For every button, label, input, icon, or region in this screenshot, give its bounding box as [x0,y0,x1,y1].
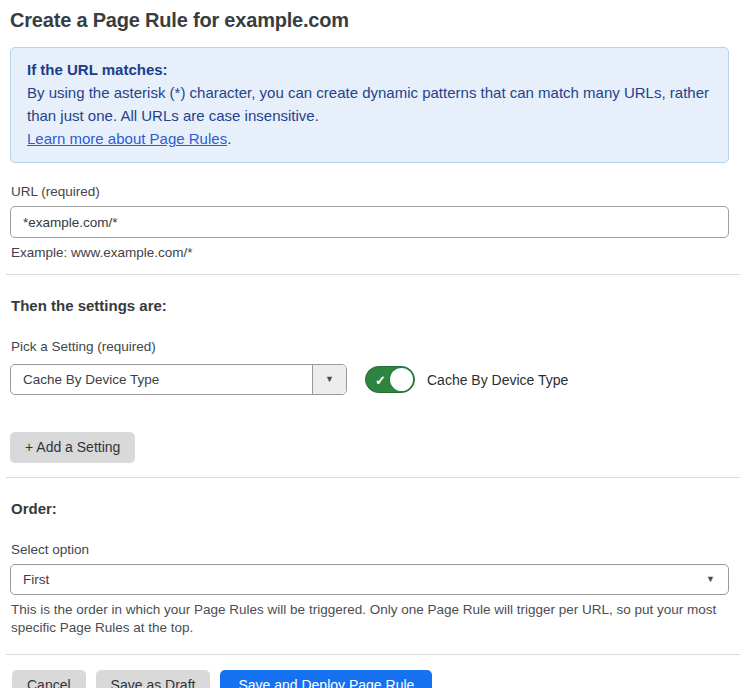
save-draft-button[interactable]: Save as Draft [96,670,211,688]
save-deploy-button[interactable]: Save and Deploy Page Rule [220,670,432,688]
setting-toggle[interactable]: ✓ [365,366,415,393]
setting-picker-row: Cache By Device Type ▼ ✓ Cache By Device… [10,364,729,395]
setting-picker-value: Cache By Device Type [11,365,312,394]
settings-section-heading: Then the settings are: [11,297,729,314]
url-label: URL (required) [11,184,729,199]
add-setting-button[interactable]: + Add a Setting [10,432,135,463]
info-box-body: By using the asterisk (*) character, you… [27,81,712,127]
create-page-rule-form: Create a Page Rule for example.com If th… [0,0,750,688]
divider [6,654,740,655]
setting-picker-select[interactable]: Cache By Device Type ▼ [10,364,347,395]
url-example-helper: Example: www.example.com/* [11,245,729,260]
chevron-down-icon: ▼ [706,575,715,584]
url-input[interactable] [10,206,729,238]
cancel-button[interactable]: Cancel [12,670,86,688]
setting-picker-label: Pick a Setting (required) [11,339,729,354]
chevron-down-icon: ▼ [325,375,334,384]
toggle-knob [390,368,413,391]
order-select-label: Select option [11,542,729,557]
order-section-heading: Order: [11,500,729,517]
page-title: Create a Page Rule for example.com [10,9,729,32]
divider [6,477,740,478]
footer-actions: Cancel Save as Draft Save and Deploy Pag… [12,670,729,688]
order-select[interactable]: First ▼ [10,564,729,595]
info-box-link-line: Learn more about Page Rules. [27,127,712,150]
setting-picker-arrow-button[interactable]: ▼ [312,365,346,394]
order-select-value: First [11,565,706,594]
info-box-heading: If the URL matches: [27,58,712,81]
order-helper-text: This is the order in which your Page Rul… [11,601,729,637]
setting-toggle-label: Cache By Device Type [427,372,568,388]
check-icon: ✓ [375,373,386,386]
learn-more-link[interactable]: Learn more about Page Rules [27,130,227,147]
order-select-arrow: ▼ [706,565,728,594]
divider [6,274,740,275]
link-period: . [227,130,231,147]
url-match-info-box: If the URL matches: By using the asteris… [10,47,729,163]
